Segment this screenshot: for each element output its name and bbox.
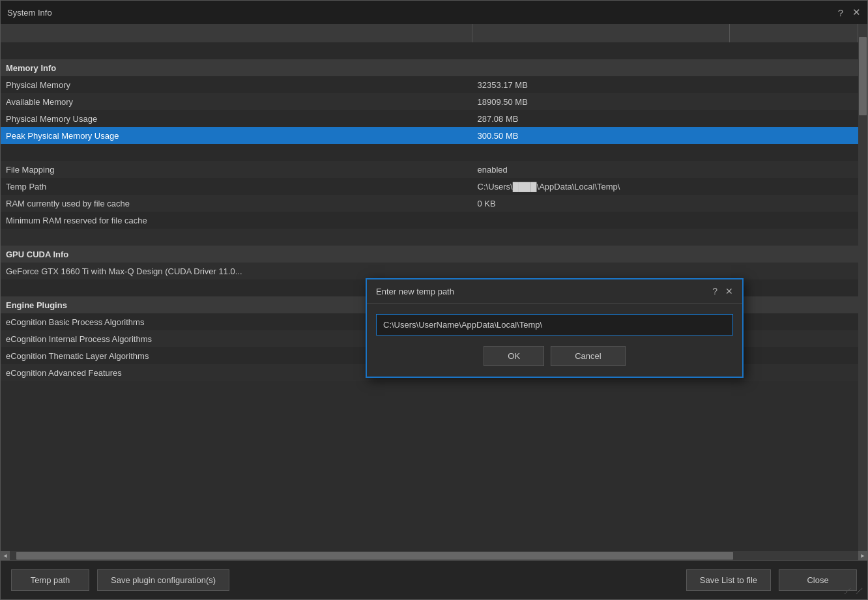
row-extra	[729, 296, 858, 313]
title-bar-right: ? ✕	[838, 7, 861, 18]
horizontal-scrollbar[interactable]: ◄ ►	[1, 551, 867, 560]
row-name	[1, 42, 472, 59]
row-extra	[729, 229, 858, 246]
row-extra	[729, 263, 858, 279]
row-value: 287.08 MB	[472, 110, 730, 127]
row-value	[472, 59, 730, 76]
row-name: Physical Memory Usage	[1, 110, 472, 127]
table-row[interactable]: Available Memory18909.50 MB	[1, 93, 858, 110]
window-title: System Info	[7, 8, 52, 18]
row-name: Peak Physical Memory Usage	[1, 127, 472, 144]
row-value: 0 KB	[472, 195, 730, 212]
table-row[interactable]: GPU CUDA Info	[1, 246, 858, 263]
save-list-to-file-button[interactable]: Save List to file	[686, 569, 771, 591]
row-value	[472, 263, 730, 279]
row-extra	[729, 279, 858, 296]
row-value: 18909.50 MB	[472, 93, 730, 110]
row-value	[472, 246, 730, 263]
content-area: Memory InfoPhysical Memory32353.17 MBAva…	[1, 24, 867, 560]
modal-ok-button[interactable]: OK	[484, 346, 544, 366]
row-extra	[729, 364, 858, 381]
row-name: GPU CUDA Info	[1, 246, 472, 263]
table-row[interactable]: RAM currently used by file cache0 KB	[1, 195, 858, 212]
row-extra	[729, 178, 858, 195]
table-row[interactable]: Temp PathC:\Users\████\AppData\Local\Tem…	[1, 178, 858, 195]
row-value: 32353.17 MB	[472, 76, 730, 93]
row-extra	[729, 330, 858, 347]
modal-buttons: OK Cancel	[376, 346, 733, 366]
row-extra	[729, 93, 858, 110]
modal-cancel-button[interactable]: Cancel	[551, 346, 625, 366]
table-row[interactable]: Minimum RAM reserved for file cache	[1, 212, 858, 229]
row-value: enabled	[472, 161, 730, 178]
row-extra	[729, 313, 858, 330]
row-value: 300.50 MB	[472, 127, 730, 144]
hscroll-right-arrow[interactable]: ►	[858, 551, 867, 560]
table-row[interactable]: GeForce GTX 1660 Ti with Max-Q Design (C…	[1, 263, 858, 279]
row-extra	[729, 59, 858, 76]
row-extra	[729, 347, 858, 364]
row-extra	[729, 42, 858, 59]
row-name: File Mapping	[1, 161, 472, 178]
row-name: GeForce GTX 1660 Ti with Max-Q Design (C…	[1, 263, 472, 279]
row-extra	[729, 110, 858, 127]
temp-path-button[interactable]: Temp path	[11, 569, 89, 591]
row-name	[1, 144, 472, 161]
row-name: Memory Info	[1, 59, 472, 76]
modal-help-button[interactable]: ?	[712, 286, 717, 296]
modal-close-button[interactable]: ✕	[725, 286, 733, 296]
modal-title-bar: Enter new temp path ? ✕	[367, 279, 742, 304]
table-row[interactable]: Memory Info	[1, 59, 858, 76]
row-value: C:\Users\████\AppData\Local\Temp\	[472, 178, 730, 195]
table-row[interactable]	[1, 144, 858, 161]
table-header-row	[1, 24, 858, 42]
col-header-name	[1, 24, 472, 42]
table-row[interactable]: Physical Memory Usage287.08 MB	[1, 110, 858, 127]
hscroll-left-arrow[interactable]: ◄	[1, 551, 10, 560]
modal-title: Enter new temp path	[376, 287, 454, 296]
system-info-window: System Info ? ✕ Memory InfoP	[0, 0, 868, 600]
col-header-value	[472, 24, 730, 42]
temp-path-input[interactable]	[376, 314, 733, 336]
row-value	[472, 42, 730, 59]
row-extra	[729, 246, 858, 263]
row-name	[1, 229, 472, 246]
row-extra	[729, 127, 858, 144]
row-name: Temp Path	[1, 178, 472, 195]
footer: Temp path Save plugin configuration(s) S…	[1, 560, 867, 599]
hscroll-thumb[interactable]	[16, 552, 733, 560]
vertical-scrollbar[interactable]	[858, 24, 867, 551]
row-name: Minimum RAM reserved for file cache	[1, 212, 472, 229]
modal-body: OK Cancel	[367, 304, 742, 377]
enter-temp-path-dialog: Enter new temp path ? ✕ OK Cancel	[366, 278, 744, 378]
close-button[interactable]: ✕	[852, 7, 861, 18]
title-bar-left: System Info	[7, 8, 52, 18]
modal-title-buttons: ? ✕	[712, 286, 733, 296]
row-extra	[729, 144, 858, 161]
title-bar: System Info ? ✕	[1, 1, 867, 24]
scrollbar-thumb[interactable]	[859, 37, 867, 115]
row-name: Physical Memory	[1, 76, 472, 93]
row-value	[472, 144, 730, 161]
row-extra	[729, 76, 858, 93]
table-row[interactable]: Physical Memory32353.17 MB	[1, 76, 858, 93]
row-extra	[729, 161, 858, 178]
row-extra	[729, 195, 858, 212]
help-button[interactable]: ?	[838, 7, 843, 18]
watermark: ⟋⟋	[841, 584, 865, 598]
table-row[interactable]: File Mappingenabled	[1, 161, 858, 178]
table-row[interactable]	[1, 229, 858, 246]
row-name: Available Memory	[1, 93, 472, 110]
col-header-extra	[729, 24, 858, 42]
table-row[interactable]: Peak Physical Memory Usage300.50 MB	[1, 127, 858, 144]
hscroll-track[interactable]	[10, 551, 858, 560]
row-value	[472, 229, 730, 246]
table-row[interactable]	[1, 42, 858, 59]
row-extra	[729, 212, 858, 229]
row-name: RAM currently used by file cache	[1, 195, 472, 212]
row-value	[472, 212, 730, 229]
save-plugin-config-button[interactable]: Save plugin configuration(s)	[97, 569, 229, 591]
